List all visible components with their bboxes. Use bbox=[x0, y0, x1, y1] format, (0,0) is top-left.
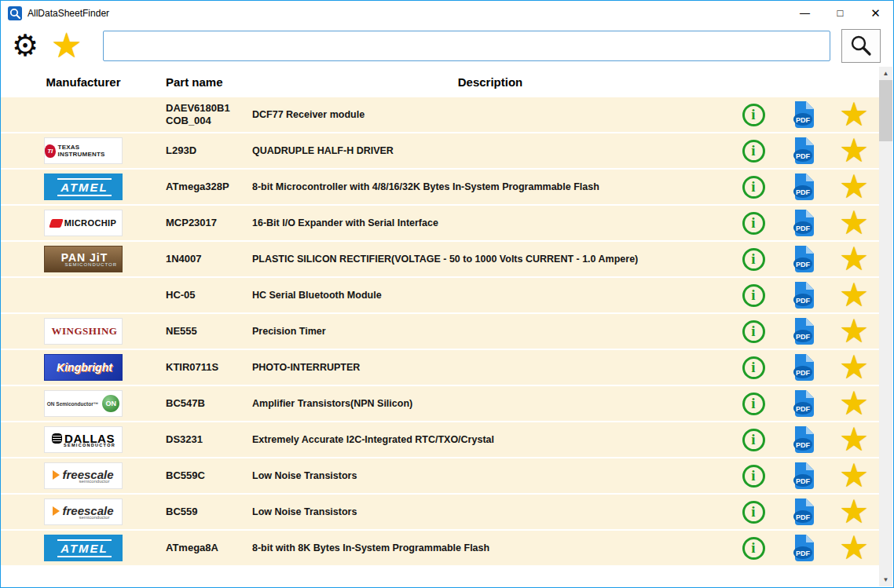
svg-text:PDF: PDF bbox=[796, 152, 811, 160]
logo-subtext: semiconductor bbox=[79, 479, 109, 484]
part-name: 1N4007 bbox=[166, 253, 252, 265]
pdf-button[interactable]: PDF bbox=[779, 98, 829, 131]
dallas-logo: DALLAS SEMICONDUCTOR bbox=[44, 426, 123, 453]
info-button[interactable]: i bbox=[728, 531, 779, 564]
info-button[interactable]: i bbox=[728, 387, 779, 420]
table-row[interactable]: ATMEL ATmega328P 8-bit Microcontroller w… bbox=[1, 170, 879, 206]
favorites-star-icon[interactable]: ★ bbox=[51, 28, 82, 63]
info-icon: i bbox=[742, 176, 765, 199]
info-button[interactable]: i bbox=[728, 315, 779, 348]
pdf-button[interactable]: PDF bbox=[779, 206, 829, 239]
maximize-button[interactable]: □ bbox=[823, 1, 858, 25]
search-input[interactable] bbox=[103, 31, 830, 61]
pdf-button[interactable]: PDF bbox=[779, 387, 829, 420]
close-button[interactable]: ✕ bbox=[858, 1, 893, 25]
search-button[interactable] bbox=[841, 29, 881, 63]
vertical-scrollbar[interactable]: ▲ ▼ bbox=[879, 67, 892, 586]
pdf-icon: PDF bbox=[792, 462, 815, 489]
pdf-button[interactable]: PDF bbox=[779, 170, 829, 203]
table-row[interactable]: ON ON Semiconductor™ BC547B Amplifier Tr… bbox=[1, 386, 879, 422]
favorite-button[interactable]: ★ bbox=[829, 134, 879, 167]
logo-mark bbox=[52, 433, 62, 444]
info-button[interactable]: i bbox=[728, 98, 779, 131]
favorite-button[interactable]: ★ bbox=[829, 531, 879, 564]
favorite-button[interactable]: ★ bbox=[829, 459, 879, 492]
info-button[interactable]: i bbox=[728, 459, 779, 492]
pdf-icon: PDF bbox=[792, 173, 815, 200]
search-field-wrap bbox=[103, 31, 830, 61]
table-row[interactable]: MICROCHIP MCP23017 16-Bit I/O Expander w… bbox=[1, 206, 879, 242]
favorite-button[interactable]: ★ bbox=[829, 170, 879, 203]
pdf-button[interactable]: PDF bbox=[779, 315, 829, 348]
part-description: QUADRUPLE HALF-H DRIVER bbox=[252, 145, 728, 156]
table-row[interactable]: DALLAS SEMICONDUCTOR DS3231 Extremely Ac… bbox=[1, 422, 879, 458]
column-header-description: Description bbox=[252, 75, 728, 89]
info-button[interactable]: i bbox=[728, 495, 779, 528]
table-row[interactable]: Kingbright KTIR0711S PHOTO-INTERRUPTER i… bbox=[1, 350, 879, 386]
favorite-button[interactable]: ★ bbox=[829, 98, 879, 131]
table-row[interactable]: PAN JiT SEMICONDUCTOR 1N4007 PLASTIC SIL… bbox=[1, 242, 879, 278]
panjit-logo: PAN JiT SEMICONDUCTOR bbox=[44, 246, 123, 272]
pdf-button[interactable]: PDF bbox=[779, 495, 829, 528]
favorite-star-icon: ★ bbox=[839, 170, 869, 203]
info-icon: i bbox=[742, 465, 765, 488]
info-button[interactable]: i bbox=[728, 134, 779, 167]
favorite-star-icon: ★ bbox=[839, 495, 869, 528]
favorite-button[interactable]: ★ bbox=[829, 243, 879, 276]
favorite-star-icon: ★ bbox=[839, 98, 869, 131]
scroll-down-icon[interactable]: ▼ bbox=[879, 573, 892, 586]
info-button[interactable]: i bbox=[728, 423, 779, 456]
table-row[interactable]: WINGSHING NE555 Precision Timer i PDF ★ bbox=[1, 314, 879, 350]
part-name: BC559 bbox=[166, 506, 252, 518]
table-row[interactable]: HC-05 HC Serial Bluetooth Module i PDF ★ bbox=[1, 278, 879, 314]
table-row[interactable]: ATMEL ATmega8A 8-bit with 8K Bytes In-Sy… bbox=[1, 531, 879, 567]
favorite-button[interactable]: ★ bbox=[829, 495, 879, 528]
favorite-star-icon: ★ bbox=[839, 279, 869, 312]
pdf-icon: PDF bbox=[792, 246, 815, 272]
pdf-icon: PDF bbox=[792, 535, 815, 561]
settings-gear-icon[interactable]: ⚙ bbox=[12, 31, 38, 60]
logo-text: ON Semiconductor™ bbox=[47, 401, 98, 407]
table-row[interactable]: TI TEXAS INSTRUMENTS L293D QUADRUPLE HAL… bbox=[1, 133, 879, 170]
info-button[interactable]: i bbox=[728, 279, 779, 312]
atmel-logo: ATMEL bbox=[44, 535, 123, 561]
favorite-button[interactable]: ★ bbox=[829, 279, 879, 312]
favorite-button[interactable]: ★ bbox=[829, 206, 879, 239]
favorite-button[interactable]: ★ bbox=[829, 315, 879, 348]
pdf-icon: PDF bbox=[792, 137, 815, 164]
pdf-button[interactable]: PDF bbox=[779, 279, 829, 312]
pdf-button[interactable]: PDF bbox=[779, 351, 829, 384]
pdf-button[interactable]: PDF bbox=[779, 243, 829, 276]
info-button[interactable]: i bbox=[728, 243, 779, 276]
pdf-button[interactable]: PDF bbox=[779, 531, 829, 564]
favorite-button[interactable]: ★ bbox=[829, 351, 879, 384]
favorite-star-icon: ★ bbox=[839, 459, 869, 492]
favorite-button[interactable]: ★ bbox=[829, 387, 879, 420]
info-icon: i bbox=[742, 140, 765, 163]
info-button[interactable]: i bbox=[728, 206, 779, 239]
scrollbar-thumb[interactable] bbox=[879, 80, 892, 141]
app-icon bbox=[8, 6, 22, 20]
pdf-button[interactable]: PDF bbox=[779, 459, 829, 492]
svg-text:PDF: PDF bbox=[796, 405, 811, 413]
table-row[interactable]: freescale semiconductor BC559C Low Noise… bbox=[1, 458, 879, 495]
favorite-star-icon: ★ bbox=[839, 134, 869, 167]
pdf-button[interactable]: PDF bbox=[779, 134, 829, 167]
atmel-logo: ATMEL bbox=[44, 173, 123, 200]
logo-text: ATMEL bbox=[57, 539, 112, 557]
favorite-star-icon: ★ bbox=[839, 387, 869, 420]
favorite-star-icon: ★ bbox=[839, 243, 869, 276]
table-row[interactable]: DAEV6180B1 COB_004 DCF77 Receiver module… bbox=[1, 97, 879, 133]
favorite-star-icon: ★ bbox=[839, 351, 869, 384]
svg-text:PDF: PDF bbox=[796, 550, 811, 557]
favorite-button[interactable]: ★ bbox=[829, 423, 879, 456]
minimize-button[interactable]: — bbox=[787, 1, 823, 25]
logo-subtext: SEMICONDUCTOR bbox=[64, 262, 117, 267]
part-description: HC Serial Bluetooth Module bbox=[252, 290, 728, 301]
table-row[interactable]: freescale semiconductor BC559 Low Noise … bbox=[1, 495, 879, 531]
pdf-button[interactable]: PDF bbox=[779, 423, 829, 456]
pdf-icon: PDF bbox=[792, 354, 815, 381]
info-button[interactable]: i bbox=[728, 351, 779, 384]
scroll-up-icon[interactable]: ▲ bbox=[879, 67, 892, 80]
info-button[interactable]: i bbox=[728, 170, 779, 203]
